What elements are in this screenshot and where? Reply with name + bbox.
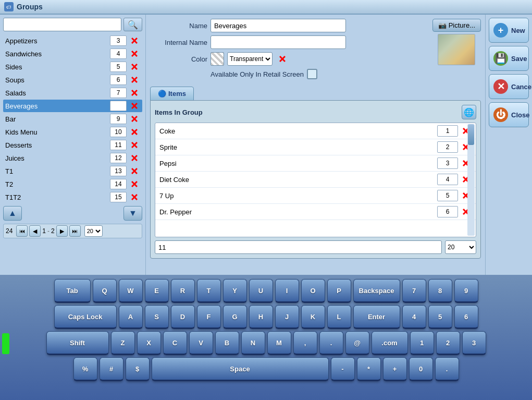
- tab-key[interactable]: Tab: [54, 279, 91, 303]
- group-delete-button[interactable]: [129, 153, 140, 163]
- item-num-input[interactable]: [437, 174, 458, 185]
- g-key[interactable]: G: [223, 305, 247, 329]
- search-button[interactable]: 🔍: [123, 18, 142, 31]
- add-per-page-select[interactable]: 20 50: [445, 240, 476, 254]
- f-key[interactable]: F: [197, 305, 221, 329]
- group-delete-button[interactable]: [129, 49, 140, 59]
- last-page-button[interactable]: ⏭: [69, 225, 81, 237]
- q-key[interactable]: Q: [93, 279, 117, 303]
- shift-key[interactable]: Shift: [46, 331, 109, 355]
- add-input[interactable]: [155, 240, 442, 254]
- space-key[interactable]: Space: [152, 357, 329, 381]
- backspace-key[interactable]: Backspace: [353, 279, 400, 303]
- internal-name-input[interactable]: [211, 35, 346, 49]
- per-page-select[interactable]: 20 50: [84, 225, 103, 237]
- num6-key[interactable]: 6: [454, 305, 478, 329]
- name-input[interactable]: [211, 19, 346, 32]
- item-num-input[interactable]: [437, 141, 458, 153]
- num5-key[interactable]: 5: [428, 305, 452, 329]
- at-key[interactable]: @: [345, 331, 369, 355]
- group-item[interactable]: T1T2 15: [3, 191, 142, 203]
- h-key[interactable]: H: [249, 305, 273, 329]
- percent-key[interactable]: %: [73, 357, 97, 381]
- num7-key[interactable]: 7: [402, 279, 426, 303]
- dollar-key[interactable]: $: [126, 357, 150, 381]
- group-delete-button[interactable]: [129, 166, 140, 176]
- num4-key[interactable]: 4: [402, 305, 426, 329]
- caps-lock-key[interactable]: Caps Lock: [54, 305, 117, 329]
- group-delete-button[interactable]: [129, 35, 140, 46]
- z-key[interactable]: Z: [111, 331, 135, 355]
- group-item[interactable]: Sandwiches 4: [3, 47, 142, 60]
- a-key[interactable]: A: [119, 305, 143, 329]
- group-item[interactable]: Soups 6: [3, 74, 142, 86]
- prev-page-button[interactable]: ◀: [29, 225, 41, 237]
- move-down-button[interactable]: ▼: [123, 206, 142, 221]
- dash-key[interactable]: -: [331, 357, 355, 381]
- dotcom-key[interactable]: .com: [372, 331, 408, 355]
- o-key[interactable]: O: [301, 279, 325, 303]
- group-delete-button[interactable]: [129, 114, 140, 124]
- color-clear-button[interactable]: [276, 52, 289, 66]
- r-key[interactable]: R: [171, 279, 195, 303]
- group-item[interactable]: Beverages 8: [3, 100, 142, 112]
- p-key[interactable]: P: [327, 279, 351, 303]
- group-delete-button[interactable]: [129, 179, 140, 189]
- period-key[interactable]: .: [319, 331, 343, 355]
- next-page-button[interactable]: ▶: [56, 225, 68, 237]
- group-delete-button[interactable]: [129, 127, 140, 137]
- move-up-button[interactable]: ▲: [3, 206, 22, 221]
- first-page-button[interactable]: ⏮: [16, 225, 28, 237]
- refresh-button[interactable]: 🌐: [462, 105, 476, 119]
- group-item[interactable]: T1 13: [3, 165, 142, 177]
- num2-key[interactable]: 2: [436, 331, 460, 355]
- new-button[interactable]: + New: [489, 18, 529, 43]
- item-num-input[interactable]: [437, 206, 458, 217]
- num8-key[interactable]: 8: [428, 279, 452, 303]
- l-key[interactable]: L: [327, 305, 351, 329]
- j-key[interactable]: J: [275, 305, 299, 329]
- m-key[interactable]: M: [267, 331, 291, 355]
- group-delete-button[interactable]: [129, 75, 140, 85]
- x-key[interactable]: X: [137, 331, 161, 355]
- group-delete-button[interactable]: [129, 101, 140, 111]
- t-key[interactable]: T: [197, 279, 221, 303]
- search-input[interactable]: [3, 18, 121, 31]
- num9-key[interactable]: 9: [454, 279, 478, 303]
- plus-key[interactable]: +: [383, 357, 407, 381]
- group-item[interactable]: Sides 5: [3, 60, 142, 73]
- v-key[interactable]: V: [189, 331, 213, 355]
- num3-key[interactable]: 3: [462, 331, 486, 355]
- asterisk-key[interactable]: *: [357, 357, 381, 381]
- close-button[interactable]: ⏻ Close: [489, 102, 529, 127]
- d-key[interactable]: D: [171, 305, 195, 329]
- cancel-button[interactable]: ✕ Cancel: [489, 74, 529, 99]
- item-num-input[interactable]: [437, 157, 458, 169]
- k-key[interactable]: K: [301, 305, 325, 329]
- dot-key[interactable]: .: [435, 357, 459, 381]
- picture-button[interactable]: 📷 Picture...: [432, 19, 481, 32]
- group-delete-button[interactable]: [129, 192, 140, 202]
- w-key[interactable]: W: [119, 279, 143, 303]
- comma-key[interactable]: ,: [293, 331, 317, 355]
- group-item[interactable]: T2 14: [3, 178, 142, 190]
- group-delete-button[interactable]: [129, 62, 140, 72]
- group-delete-button[interactable]: [129, 88, 140, 98]
- scrollbar-thumb[interactable]: [468, 124, 474, 145]
- retail-checkbox[interactable]: [307, 69, 317, 79]
- s-key[interactable]: S: [145, 305, 169, 329]
- item-num-input[interactable]: [437, 125, 458, 137]
- items-tab-button[interactable]: 🔵 Items: [150, 87, 194, 101]
- group-item[interactable]: Kids Menu 10: [3, 126, 142, 138]
- n-key[interactable]: N: [241, 331, 265, 355]
- i-key[interactable]: I: [275, 279, 299, 303]
- y-key[interactable]: Y: [223, 279, 247, 303]
- u-key[interactable]: U: [249, 279, 273, 303]
- hash-key[interactable]: #: [100, 357, 123, 381]
- group-item[interactable]: Desserts 11: [3, 139, 142, 151]
- color-select[interactable]: Transparent Red Blue Green: [227, 52, 273, 66]
- group-item[interactable]: Appetizers 3: [3, 34, 142, 47]
- num0-key[interactable]: 0: [409, 357, 433, 381]
- group-delete-button[interactable]: [129, 140, 140, 150]
- b-key[interactable]: B: [215, 331, 239, 355]
